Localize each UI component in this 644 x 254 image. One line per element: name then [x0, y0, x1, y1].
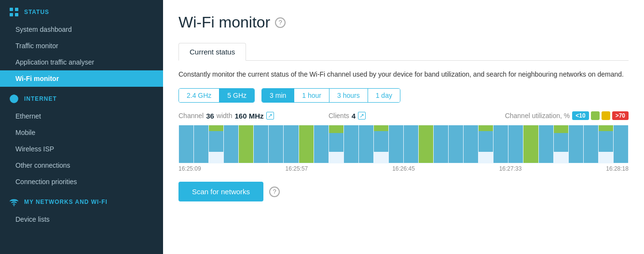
- sidebar-item-app-traffic[interactable]: Application traffic analyser: [0, 54, 163, 70]
- band-filter-group: 2.4 GHz 5 GHz: [178, 88, 255, 103]
- wifi-section-icon: [9, 197, 19, 207]
- globe-icon: [9, 94, 19, 104]
- utilization-stats: Channel utilization, % <10 >70: [479, 111, 629, 120]
- sidebar-item-wifi-monitor[interactable]: Wi-Fi monitor: [0, 70, 163, 87]
- band-filter-2.4ghz[interactable]: 2.4 GHz: [179, 89, 219, 102]
- sidebar-item-wireless-isp[interactable]: Wireless ISP: [0, 141, 163, 157]
- svg-rect-2: [10, 13, 13, 16]
- chart-bar: [419, 125, 433, 163]
- chart-bar: [179, 125, 193, 163]
- mynetworks-section-header: MY NETWORKS AND WI-FI: [0, 190, 163, 211]
- grid-icon: [9, 7, 19, 17]
- chart-bar: [269, 125, 283, 163]
- chart-bar: [284, 125, 298, 163]
- scan-for-networks-button[interactable]: Scan for networks: [178, 182, 263, 201]
- time-filter-1hour[interactable]: 1 hour: [294, 89, 329, 102]
- page-title: Wi-Fi monitor: [178, 13, 270, 31]
- tab-bar: Current status: [178, 43, 629, 61]
- channel-value: 36: [206, 112, 214, 120]
- tab-current-status[interactable]: Current status: [178, 43, 246, 61]
- chart-bar: [464, 125, 478, 163]
- filter-row: 2.4 GHz 5 GHz 3 min 1 hour 3 hours 1 day: [178, 88, 629, 103]
- sidebar-item-device-lists[interactable]: Device lists: [0, 211, 163, 227]
- svg-rect-1: [15, 8, 18, 11]
- chart-bar: [374, 125, 388, 163]
- width-label: width: [217, 112, 233, 120]
- clients-value: 4: [352, 112, 356, 120]
- page-help-icon[interactable]: ?: [275, 17, 286, 28]
- badge-gt70: >70: [612, 111, 629, 120]
- sidebar-item-system-dashboard[interactable]: System dashboard: [0, 21, 163, 38]
- stats-row: Channel 36 width 160 MHz ↗ Clients 4 ↗ C…: [178, 111, 629, 120]
- utilization-badges: <10 >70: [572, 111, 629, 120]
- chart-bar: [599, 125, 613, 163]
- channel-label: Channel: [178, 112, 204, 120]
- chart-bar: [554, 125, 568, 163]
- chart-bar: [569, 125, 583, 163]
- internet-section-header: INTERNET: [0, 87, 163, 108]
- status-section-header: STATUS: [0, 0, 163, 21]
- chart-bar: [344, 125, 358, 163]
- clients-ext-link-icon[interactable]: ↗: [358, 112, 366, 120]
- chart-bar: [508, 125, 523, 163]
- time-filter-3min[interactable]: 3 min: [262, 89, 294, 102]
- chart-bar: [449, 125, 463, 163]
- chart-bar: [493, 125, 508, 163]
- chart-bar: [359, 125, 373, 163]
- channel-stats: Channel 36 width 160 MHz ↗: [178, 112, 329, 120]
- chart-bar: [254, 125, 268, 163]
- scan-row: Scan for networks ?: [178, 182, 629, 201]
- chart-bar: [404, 125, 418, 163]
- badge-lt10: <10: [572, 111, 589, 120]
- clients-label: Clients: [329, 112, 349, 120]
- chart-bar: [299, 125, 314, 163]
- channel-chart: [178, 125, 629, 163]
- time-filter-3hours[interactable]: 3 hours: [329, 89, 368, 102]
- chart-bar: [614, 125, 628, 163]
- description-text: Constantly monitor the current status of…: [178, 69, 629, 80]
- chart-bar: [523, 125, 538, 163]
- timeline-1: 16:25:57: [286, 165, 308, 172]
- timeline-2: 16:26:45: [392, 165, 415, 172]
- band-filter-5ghz[interactable]: 5 GHz: [219, 89, 254, 102]
- sidebar: STATUS System dashboard Traffic monitor …: [0, 0, 163, 254]
- sidebar-item-mobile[interactable]: Mobile: [0, 124, 163, 141]
- chart-bar: [479, 125, 493, 163]
- chart-bar: [434, 125, 448, 163]
- width-value: 160 MHz: [235, 112, 264, 120]
- svg-point-9: [14, 205, 14, 206]
- scan-help-icon[interactable]: ?: [269, 187, 280, 197]
- sidebar-item-ethernet[interactable]: Ethernet: [0, 108, 163, 124]
- chart-bar: [389, 125, 403, 163]
- sidebar-item-other-connections[interactable]: Other connections: [0, 157, 163, 174]
- chart-bar: [329, 125, 343, 163]
- chart-bar: [539, 125, 553, 163]
- chart-bar: [239, 125, 253, 163]
- chart-bar: [224, 125, 238, 163]
- time-filter-group: 3 min 1 hour 3 hours 1 day: [261, 88, 400, 103]
- chart-bar: [314, 125, 329, 163]
- chart-bar: [584, 125, 598, 163]
- channel-ext-link-icon[interactable]: ↗: [266, 112, 274, 120]
- svg-rect-0: [10, 8, 13, 11]
- chart-bar: [194, 125, 208, 163]
- time-filter-1day[interactable]: 1 day: [368, 89, 400, 102]
- timeline-3: 16:27:33: [499, 165, 522, 172]
- badge-mid-green: [591, 111, 600, 120]
- utilization-label: Channel utilization, %: [505, 112, 570, 120]
- sidebar-item-connection-priorities[interactable]: Connection priorities: [0, 174, 163, 190]
- chart-bar: [209, 125, 223, 163]
- clients-stats: Clients 4 ↗: [329, 112, 479, 120]
- chart-timeline: 16:25:09 16:25:57 16:26:45 16:27:33 16:2…: [178, 165, 629, 172]
- sidebar-item-traffic-monitor[interactable]: Traffic monitor: [0, 38, 163, 54]
- main-content: Wi-Fi monitor ? Current status Constantl…: [163, 0, 644, 254]
- badge-mid-yellow: [602, 111, 610, 120]
- timeline-4: 16:28:18: [606, 165, 629, 172]
- svg-rect-3: [15, 13, 18, 16]
- timeline-0: 16:25:09: [178, 165, 201, 172]
- page-title-row: Wi-Fi monitor ?: [178, 13, 629, 31]
